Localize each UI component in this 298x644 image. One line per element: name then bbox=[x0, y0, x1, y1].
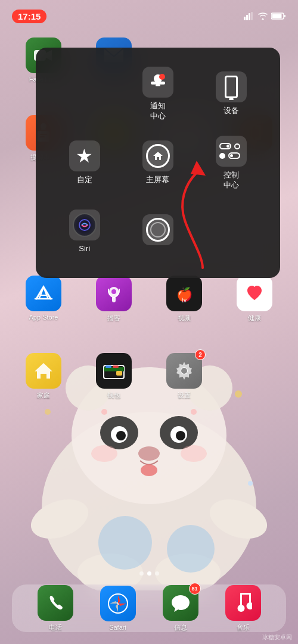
home-screen-label: 主屏幕 bbox=[146, 175, 169, 185]
svg-point-12 bbox=[26, 492, 94, 546]
status-icons bbox=[244, 12, 286, 20]
customize-icon-wrapper[interactable]: ★ bbox=[69, 140, 100, 171]
dock: 电话 Safari 81 信息 音乐 bbox=[12, 584, 286, 632]
svg-point-24 bbox=[167, 525, 215, 573]
phone-icon[interactable] bbox=[38, 585, 73, 621]
appstore-icon[interactable]: A bbox=[26, 276, 61, 311]
watermark: 冰糖安卓网 bbox=[262, 633, 292, 642]
wallet-icon[interactable] bbox=[96, 353, 132, 389]
messages-badge: 81 bbox=[189, 583, 201, 595]
app-health[interactable]: 健康 bbox=[224, 276, 285, 323]
svg-point-11 bbox=[141, 464, 157, 476]
home-icon[interactable] bbox=[26, 353, 61, 389]
svg-rect-27 bbox=[249, 13, 250, 20]
svg-point-52 bbox=[111, 289, 116, 294]
control-center-icon[interactable] bbox=[216, 136, 247, 167]
svg-point-13 bbox=[204, 492, 272, 546]
messages-label: 信息 bbox=[174, 623, 187, 632]
context-menu: 通知中心 设备 ★ 自定 主屏幕 bbox=[36, 48, 280, 278]
svg-point-10 bbox=[138, 446, 160, 461]
svg-point-23 bbox=[98, 516, 152, 570]
context-menu-grid: 通知中心 设备 ★ 自定 主屏幕 bbox=[48, 60, 268, 266]
control-center-label: 控制中心 bbox=[224, 170, 239, 190]
svg-marker-79 bbox=[153, 152, 163, 160]
menu-empty-tl bbox=[48, 60, 121, 129]
app-podcasts[interactable]: 播客 bbox=[83, 276, 144, 323]
app-home[interactable]: 家庭 bbox=[13, 353, 74, 400]
svg-point-6 bbox=[111, 426, 128, 443]
svg-marker-66 bbox=[118, 595, 120, 604]
menu-device[interactable]: 设备 bbox=[195, 60, 268, 129]
app-appstore[interactable]: A App Store bbox=[13, 276, 74, 323]
page-dots bbox=[0, 571, 298, 576]
svg-text:tv: tv bbox=[182, 297, 187, 304]
notification-center-label: 通知中心 bbox=[150, 101, 166, 121]
menu-home-screen[interactable]: 主屏幕 bbox=[121, 129, 194, 198]
svg-rect-72 bbox=[249, 593, 251, 604]
music-icon[interactable] bbox=[225, 585, 261, 621]
notification-center-icon[interactable] bbox=[142, 67, 173, 98]
svg-point-16 bbox=[101, 409, 107, 415]
device-icon-wrapper[interactable] bbox=[216, 71, 247, 102]
wallet-label: 钱包 bbox=[107, 391, 120, 400]
safari-icon[interactable] bbox=[100, 586, 136, 621]
app-wallet[interactable]: 钱包 bbox=[83, 353, 144, 400]
appletv-icon[interactable]: 🍎tv bbox=[166, 276, 202, 311]
appstore-label: App Store bbox=[29, 314, 58, 321]
battery-icon bbox=[271, 12, 286, 20]
svg-point-80 bbox=[79, 220, 90, 230]
star-symbol: ★ bbox=[76, 145, 93, 167]
podcasts-icon[interactable] bbox=[96, 276, 132, 311]
home-label: 家庭 bbox=[37, 391, 50, 400]
svg-rect-26 bbox=[246, 15, 248, 20]
svg-rect-30 bbox=[284, 15, 285, 17]
page-dot-2 bbox=[147, 571, 151, 576]
podcasts-label: 播客 bbox=[107, 314, 120, 323]
svg-point-8 bbox=[116, 431, 126, 440]
menu-empty-br bbox=[195, 198, 268, 267]
control-center-symbol bbox=[219, 143, 243, 160]
svg-rect-58 bbox=[104, 367, 124, 371]
svg-point-21 bbox=[45, 409, 51, 415]
settings-label: 设置 bbox=[178, 391, 191, 400]
svg-rect-71 bbox=[240, 593, 242, 606]
svg-point-18 bbox=[91, 445, 117, 462]
home-button-symbol bbox=[146, 218, 170, 242]
svg-point-22 bbox=[248, 481, 253, 486]
svg-point-17 bbox=[191, 409, 197, 415]
svg-point-0 bbox=[42, 412, 256, 590]
svg-marker-67 bbox=[116, 604, 118, 612]
settings-badge: 2 bbox=[195, 349, 206, 360]
menu-notification-center[interactable]: 通知中心 bbox=[121, 60, 194, 129]
phone-label: 电话 bbox=[49, 623, 62, 632]
dock-music[interactable]: 音乐 bbox=[225, 585, 261, 632]
menu-home-button[interactable] bbox=[121, 198, 194, 267]
settings-icon[interactable]: 2 bbox=[166, 353, 202, 389]
svg-point-4 bbox=[100, 416, 138, 449]
app-settings[interactable]: 2 设置 bbox=[154, 353, 215, 400]
app-row-3: A App Store 播客 🍎tv 视频 健康 bbox=[0, 271, 298, 327]
siri-symbol bbox=[73, 213, 97, 237]
app-appletv[interactable]: 🍎tv 视频 bbox=[154, 276, 215, 323]
svg-point-73 bbox=[237, 605, 244, 612]
svg-point-19 bbox=[181, 445, 207, 462]
svg-rect-61 bbox=[113, 365, 119, 368]
siri-label: Siri bbox=[79, 244, 90, 254]
menu-control-center[interactable]: 控制中心 bbox=[195, 129, 268, 198]
home-button-icon[interactable] bbox=[142, 214, 173, 245]
messages-icon[interactable]: 81 bbox=[163, 585, 198, 621]
health-icon[interactable] bbox=[237, 276, 272, 311]
home-screen-symbol bbox=[146, 144, 170, 168]
dock-safari[interactable]: Safari bbox=[100, 586, 136, 631]
svg-rect-28 bbox=[251, 12, 253, 20]
app-row-4: 家庭 钱包 2 设置 bbox=[0, 348, 298, 405]
signal-icon bbox=[244, 12, 254, 20]
home-screen-icon[interactable] bbox=[142, 140, 173, 171]
menu-customize[interactable]: ★ 自定 bbox=[48, 129, 121, 198]
svg-point-7 bbox=[170, 426, 187, 443]
siri-icon-wrapper[interactable] bbox=[69, 210, 100, 240]
dock-messages[interactable]: 81 信息 bbox=[163, 585, 198, 632]
menu-siri[interactable]: Siri bbox=[48, 198, 121, 267]
svg-marker-68 bbox=[110, 601, 118, 604]
dock-phone[interactable]: 电话 bbox=[38, 585, 73, 632]
